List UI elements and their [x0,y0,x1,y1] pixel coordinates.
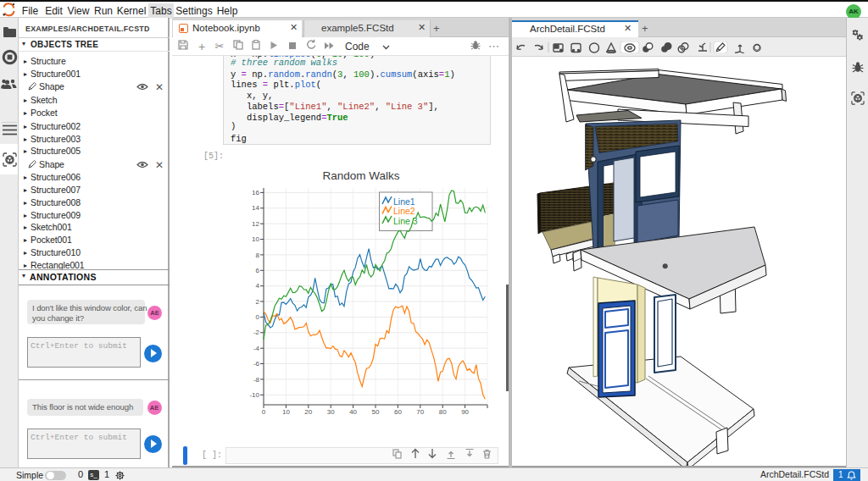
svg-text:70: 70 [416,408,424,416]
svg-text:40: 40 [349,408,357,416]
svg-text:6: 6 [256,267,260,274]
svg-text:30: 30 [327,408,335,416]
svg-text:50: 50 [372,408,380,416]
svg-text:-2: -2 [253,329,260,336]
svg-text:Line1: Line1 [393,196,415,207]
svg-text:Line 3: Line 3 [393,216,418,226]
svg-text:-8: -8 [253,376,260,384]
svg-text:90: 90 [461,408,469,416]
svg-text:4: 4 [256,282,260,290]
svg-text:-4: -4 [253,345,260,352]
svg-text:10: 10 [282,408,290,416]
svg-text:12: 12 [252,220,259,228]
svg-text:-10: -10 [249,391,259,399]
svg-text:-6: -6 [253,360,260,368]
svg-text:14: 14 [252,204,259,212]
svg-text:0: 0 [262,408,266,416]
svg-text:2: 2 [256,298,260,306]
svg-text:0: 0 [256,313,260,321]
svg-text:80: 80 [439,408,447,416]
svg-text:Line2: Line2 [393,206,415,216]
svg-text:20: 20 [304,408,312,416]
svg-text:16: 16 [252,189,259,196]
svg-text:Random Walks: Random Walks [322,169,399,182]
svg-text:8: 8 [256,252,260,259]
svg-text:10: 10 [252,235,259,243]
svg-text:60: 60 [394,408,402,416]
